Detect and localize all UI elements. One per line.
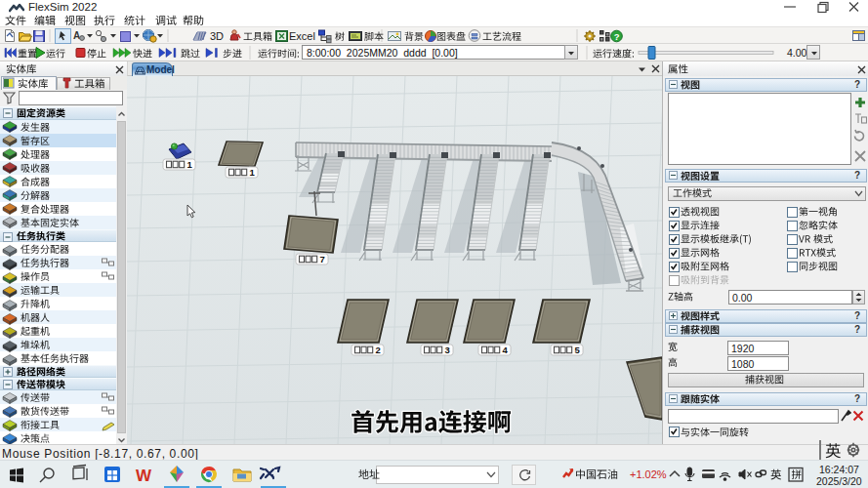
svg-text:3: 3 bbox=[445, 345, 450, 355]
svg-text:?: ? bbox=[614, 31, 620, 42]
svg-text:3D: 3D bbox=[210, 30, 224, 42]
svg-text:A: A bbox=[73, 30, 80, 41]
svg-text:Excel: Excel bbox=[289, 30, 315, 42]
svg-text:4: 4 bbox=[503, 345, 509, 355]
svg-text:1: 1 bbox=[250, 167, 256, 178]
svg-text:W: W bbox=[136, 467, 152, 485]
svg-text:5: 5 bbox=[575, 345, 581, 355]
svg-text:1: 1 bbox=[187, 159, 193, 170]
svg-text:7: 7 bbox=[320, 254, 325, 264]
svg-text:2: 2 bbox=[376, 345, 381, 355]
